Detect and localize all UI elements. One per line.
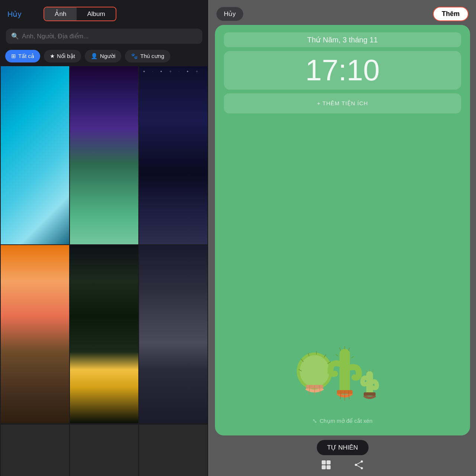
photo-7[interactable] [1, 425, 69, 476]
right-header: Hủy Thêm [209, 0, 476, 25]
grid-icon: ⊞ [11, 53, 16, 60]
add-button[interactable]: Thêm [433, 7, 469, 21]
crop-hint: ⤡ Chụm mở để cắt xén [312, 418, 372, 424]
filter-bar: ⊞ Tất cả ★ Nổi bật 👤 Người 🐾 Thú cưng [0, 48, 208, 66]
svg-line-14 [340, 348, 341, 351]
paw-icon: 🐾 [131, 53, 138, 60]
svg-line-16 [348, 348, 350, 351]
share-icon [354, 460, 364, 470]
svg-rect-31 [322, 465, 326, 469]
svg-line-37 [356, 465, 362, 468]
person-icon: 👤 [91, 53, 98, 60]
right-cancel-button[interactable]: Hủy [216, 7, 243, 21]
gallery-icon [321, 460, 331, 470]
lockscreen-preview: Thứ Năm, 3 tháng 11 17:10 + THÊM TIỆN ÍC… [215, 25, 470, 435]
svg-line-17 [336, 354, 338, 356]
photo-6[interactable] [139, 245, 208, 423]
photo-1[interactable] [1, 66, 69, 244]
segment-photo-button[interactable]: Ảnh [44, 7, 77, 20]
bottom-actions: TỰ NHIÊN [209, 435, 476, 476]
gallery-icon-button[interactable] [321, 460, 331, 470]
svg-rect-28 [364, 392, 376, 396]
cactus-illustration [283, 121, 402, 418]
bottom-icons-row [321, 460, 364, 470]
photo-grid [0, 66, 208, 424]
filter-all-button[interactable]: ⊞ Tất cả [5, 50, 40, 62]
photo-2[interactable] [70, 66, 138, 244]
crop-icon: ⤡ [312, 418, 317, 424]
share-icon-button[interactable] [354, 460, 364, 470]
photo-8[interactable] [70, 425, 138, 476]
filter-pets-button[interactable]: 🐾 Thú cưng [125, 50, 170, 62]
photo-9[interactable] [139, 425, 208, 476]
filter-people-button[interactable]: 👤 Người [85, 50, 122, 62]
svg-line-25 [366, 370, 367, 372]
filter-all-label: Tất cả [18, 53, 34, 60]
segment-album-button[interactable]: Album [77, 7, 115, 20]
photo-5[interactable] [70, 245, 138, 423]
svg-line-18 [351, 356, 354, 358]
date-label: Thứ Năm, 3 tháng 11 [224, 32, 461, 47]
search-bar: 🔍 [6, 29, 202, 44]
crop-hint-text: Chụm mở để cắt xén [319, 418, 372, 424]
svg-point-1 [300, 355, 329, 387]
add-widget-area[interactable]: + THÊM TIỆN ÍCH [224, 93, 461, 113]
star-icon: ★ [50, 53, 55, 60]
search-input[interactable] [22, 33, 197, 40]
left-header: Hủy Ảnh Album [0, 0, 208, 25]
svg-line-27 [372, 370, 373, 372]
svg-rect-29 [322, 460, 326, 464]
svg-rect-30 [327, 460, 331, 464]
svg-line-36 [356, 461, 362, 465]
photo-bottom-strip [0, 424, 208, 476]
svg-rect-13 [340, 349, 350, 393]
left-cancel-button[interactable]: Hủy [7, 10, 21, 19]
right-panel: Hủy Thêm Thứ Năm, 3 tháng 11 17:10 + THÊ… [209, 0, 476, 476]
search-icon: 🔍 [11, 32, 19, 40]
segment-control: Ảnh Album [44, 7, 116, 21]
filter-featured-label: Nổi bật [57, 53, 75, 60]
filter-people-label: Người [100, 53, 116, 60]
cactus-svg [283, 313, 402, 410]
svg-rect-32 [327, 465, 331, 469]
photo-3[interactable] [139, 66, 208, 244]
left-panel: Hủy Ảnh Album 🔍 ⊞ Tất cả ★ Nổi bật 👤 Ngư… [0, 0, 208, 476]
natural-button[interactable]: TỰ NHIÊN [317, 440, 369, 455]
filter-featured-button[interactable]: ★ Nổi bật [44, 50, 81, 62]
photo-4[interactable] [1, 245, 69, 423]
time-display: 17:10 [224, 51, 461, 90]
filter-pets-label: Thú cưng [140, 53, 164, 60]
